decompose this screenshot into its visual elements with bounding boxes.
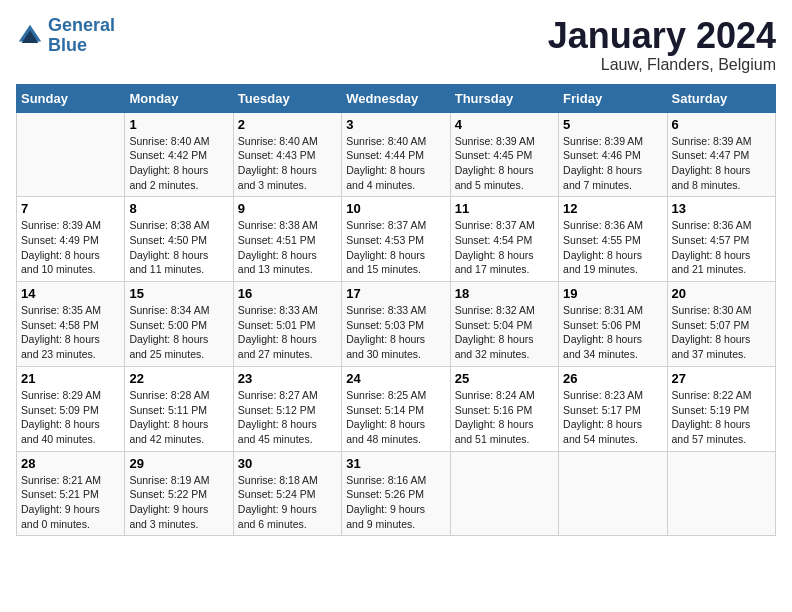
day-info: Sunrise: 8:39 AM Sunset: 4:46 PM Dayligh… [563,134,662,193]
day-number: 26 [563,371,662,386]
header-day-saturday: Saturday [667,84,775,112]
calendar-cell: 1Sunrise: 8:40 AM Sunset: 4:42 PM Daylig… [125,112,233,197]
calendar-cell: 20Sunrise: 8:30 AM Sunset: 5:07 PM Dayli… [667,282,775,367]
calendar-cell: 28Sunrise: 8:21 AM Sunset: 5:21 PM Dayli… [17,451,125,536]
calendar-cell: 4Sunrise: 8:39 AM Sunset: 4:45 PM Daylig… [450,112,558,197]
day-number: 1 [129,117,228,132]
calendar-cell: 27Sunrise: 8:22 AM Sunset: 5:19 PM Dayli… [667,366,775,451]
header-day-sunday: Sunday [17,84,125,112]
day-number: 23 [238,371,337,386]
calendar-cell: 17Sunrise: 8:33 AM Sunset: 5:03 PM Dayli… [342,282,450,367]
day-number: 5 [563,117,662,132]
day-info: Sunrise: 8:40 AM Sunset: 4:44 PM Dayligh… [346,134,445,193]
logo-line2: Blue [48,35,87,55]
day-info: Sunrise: 8:36 AM Sunset: 4:57 PM Dayligh… [672,218,771,277]
calendar-cell: 26Sunrise: 8:23 AM Sunset: 5:17 PM Dayli… [559,366,667,451]
location: Lauw, Flanders, Belgium [548,56,776,74]
calendar-body: 1Sunrise: 8:40 AM Sunset: 4:42 PM Daylig… [17,112,776,536]
calendar-cell: 3Sunrise: 8:40 AM Sunset: 4:44 PM Daylig… [342,112,450,197]
calendar-cell: 8Sunrise: 8:38 AM Sunset: 4:50 PM Daylig… [125,197,233,282]
calendar-cell: 24Sunrise: 8:25 AM Sunset: 5:14 PM Dayli… [342,366,450,451]
calendar-cell: 12Sunrise: 8:36 AM Sunset: 4:55 PM Dayli… [559,197,667,282]
calendar-cell: 11Sunrise: 8:37 AM Sunset: 4:54 PM Dayli… [450,197,558,282]
day-number: 18 [455,286,554,301]
day-number: 30 [238,456,337,471]
header-day-thursday: Thursday [450,84,558,112]
day-info: Sunrise: 8:40 AM Sunset: 4:43 PM Dayligh… [238,134,337,193]
calendar-cell: 10Sunrise: 8:37 AM Sunset: 4:53 PM Dayli… [342,197,450,282]
calendar-cell: 23Sunrise: 8:27 AM Sunset: 5:12 PM Dayli… [233,366,341,451]
day-number: 27 [672,371,771,386]
day-info: Sunrise: 8:24 AM Sunset: 5:16 PM Dayligh… [455,388,554,447]
day-number: 17 [346,286,445,301]
day-info: Sunrise: 8:39 AM Sunset: 4:45 PM Dayligh… [455,134,554,193]
day-number: 3 [346,117,445,132]
day-info: Sunrise: 8:16 AM Sunset: 5:26 PM Dayligh… [346,473,445,532]
calendar-header: SundayMondayTuesdayWednesdayThursdayFrid… [17,84,776,112]
month-title: January 2024 [548,16,776,56]
title-block: January 2024 Lauw, Flanders, Belgium [548,16,776,74]
calendar-cell: 22Sunrise: 8:28 AM Sunset: 5:11 PM Dayli… [125,366,233,451]
day-info: Sunrise: 8:32 AM Sunset: 5:04 PM Dayligh… [455,303,554,362]
day-number: 10 [346,201,445,216]
header-row: SundayMondayTuesdayWednesdayThursdayFrid… [17,84,776,112]
calendar-cell: 18Sunrise: 8:32 AM Sunset: 5:04 PM Dayli… [450,282,558,367]
calendar-cell: 16Sunrise: 8:33 AM Sunset: 5:01 PM Dayli… [233,282,341,367]
day-info: Sunrise: 8:22 AM Sunset: 5:19 PM Dayligh… [672,388,771,447]
day-number: 11 [455,201,554,216]
calendar-cell [559,451,667,536]
day-info: Sunrise: 8:38 AM Sunset: 4:50 PM Dayligh… [129,218,228,277]
calendar-week-4: 28Sunrise: 8:21 AM Sunset: 5:21 PM Dayli… [17,451,776,536]
page-header: General Blue January 2024 Lauw, Flanders… [16,16,776,74]
header-day-wednesday: Wednesday [342,84,450,112]
calendar-cell: 21Sunrise: 8:29 AM Sunset: 5:09 PM Dayli… [17,366,125,451]
day-number: 22 [129,371,228,386]
calendar-cell: 29Sunrise: 8:19 AM Sunset: 5:22 PM Dayli… [125,451,233,536]
calendar-cell: 19Sunrise: 8:31 AM Sunset: 5:06 PM Dayli… [559,282,667,367]
header-day-friday: Friday [559,84,667,112]
calendar-week-1: 7Sunrise: 8:39 AM Sunset: 4:49 PM Daylig… [17,197,776,282]
day-number: 13 [672,201,771,216]
day-info: Sunrise: 8:29 AM Sunset: 5:09 PM Dayligh… [21,388,120,447]
day-number: 24 [346,371,445,386]
day-info: Sunrise: 8:30 AM Sunset: 5:07 PM Dayligh… [672,303,771,362]
calendar-cell [450,451,558,536]
day-number: 28 [21,456,120,471]
calendar-cell: 13Sunrise: 8:36 AM Sunset: 4:57 PM Dayli… [667,197,775,282]
day-number: 31 [346,456,445,471]
calendar-cell: 7Sunrise: 8:39 AM Sunset: 4:49 PM Daylig… [17,197,125,282]
day-number: 21 [21,371,120,386]
calendar-cell [17,112,125,197]
day-number: 19 [563,286,662,301]
day-number: 15 [129,286,228,301]
day-number: 20 [672,286,771,301]
day-info: Sunrise: 8:19 AM Sunset: 5:22 PM Dayligh… [129,473,228,532]
calendar-cell [667,451,775,536]
logo-line1: General [48,15,115,35]
day-info: Sunrise: 8:38 AM Sunset: 4:51 PM Dayligh… [238,218,337,277]
calendar-week-3: 21Sunrise: 8:29 AM Sunset: 5:09 PM Dayli… [17,366,776,451]
day-info: Sunrise: 8:33 AM Sunset: 5:01 PM Dayligh… [238,303,337,362]
day-info: Sunrise: 8:39 AM Sunset: 4:47 PM Dayligh… [672,134,771,193]
calendar-cell: 14Sunrise: 8:35 AM Sunset: 4:58 PM Dayli… [17,282,125,367]
day-info: Sunrise: 8:37 AM Sunset: 4:54 PM Dayligh… [455,218,554,277]
logo-text: General Blue [48,16,115,56]
calendar-cell: 6Sunrise: 8:39 AM Sunset: 4:47 PM Daylig… [667,112,775,197]
day-info: Sunrise: 8:31 AM Sunset: 5:06 PM Dayligh… [563,303,662,362]
day-info: Sunrise: 8:25 AM Sunset: 5:14 PM Dayligh… [346,388,445,447]
calendar-cell: 2Sunrise: 8:40 AM Sunset: 4:43 PM Daylig… [233,112,341,197]
header-day-monday: Monday [125,84,233,112]
day-info: Sunrise: 8:39 AM Sunset: 4:49 PM Dayligh… [21,218,120,277]
day-info: Sunrise: 8:35 AM Sunset: 4:58 PM Dayligh… [21,303,120,362]
day-number: 16 [238,286,337,301]
day-info: Sunrise: 8:37 AM Sunset: 4:53 PM Dayligh… [346,218,445,277]
day-number: 6 [672,117,771,132]
day-info: Sunrise: 8:34 AM Sunset: 5:00 PM Dayligh… [129,303,228,362]
calendar-cell: 31Sunrise: 8:16 AM Sunset: 5:26 PM Dayli… [342,451,450,536]
day-number: 2 [238,117,337,132]
day-info: Sunrise: 8:36 AM Sunset: 4:55 PM Dayligh… [563,218,662,277]
logo: General Blue [16,16,115,56]
calendar-cell: 25Sunrise: 8:24 AM Sunset: 5:16 PM Dayli… [450,366,558,451]
day-number: 8 [129,201,228,216]
day-number: 25 [455,371,554,386]
